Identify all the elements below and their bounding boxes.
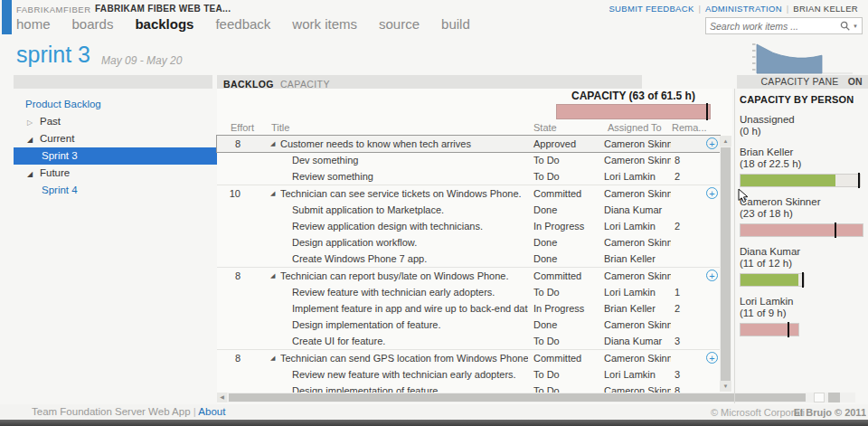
top-link-separator: | xyxy=(787,4,788,14)
table-row[interactable]: Review application design with technicia… xyxy=(217,218,720,234)
nav-item-backlogs[interactable]: backlogs xyxy=(135,16,193,32)
sidebar-item-current[interactable]: ◢Current xyxy=(0,130,214,147)
scroll-left-button[interactable]: ◀ xyxy=(217,393,227,402)
vertical-scrollbar[interactable]: ▲ ▼ xyxy=(720,136,731,392)
row-expand-icon[interactable]: ◢ xyxy=(270,136,275,152)
row-expand-icon[interactable]: ◢ xyxy=(270,185,275,202)
table-row[interactable]: Create Windows Phone 7 app.DoneBrian Kel… xyxy=(217,251,720,267)
panel-divider xyxy=(734,89,735,403)
title-cell: Review application design with technicia… xyxy=(292,218,528,234)
total-capacity: CAPACITY (63 of 61.5 h) xyxy=(556,90,711,119)
scroll-right-button[interactable] xyxy=(814,393,825,402)
assigned-to-cell: Cameron Skinn... xyxy=(604,152,671,168)
chevron-right-icon[interactable]: ▷ xyxy=(27,114,40,131)
about-link[interactable]: About xyxy=(198,406,225,417)
remaining-work-cell: 3 xyxy=(675,333,698,349)
sidebar-item-product-backlog[interactable]: Product Backlog xyxy=(25,96,214,113)
person-capacity-limit-marker xyxy=(788,322,789,337)
table-row[interactable]: Review feature with technician early ado… xyxy=(217,284,720,300)
table-row[interactable]: Review new feature with technician early… xyxy=(217,366,720,383)
person-capacity-bar xyxy=(740,323,799,336)
horizontal-scrollbar[interactable]: ◀ xyxy=(217,393,855,402)
nav-item-work-items[interactable]: work items xyxy=(292,16,357,32)
person-hours: (0 h) xyxy=(740,126,868,137)
nav-item-boards[interactable]: boards xyxy=(72,16,114,32)
assigned-to-cell: Cameron Skinn... xyxy=(604,317,671,333)
table-row[interactable]: Dev somethingTo DoCameron Skinn...8 xyxy=(217,152,720,168)
assigned-to-cell: Cameron Skinn... xyxy=(604,136,671,152)
table-row[interactable]: Review somethingTo DoLori Lamkin2 xyxy=(217,168,720,185)
title-cell: Customer needs to know when tech arrives xyxy=(280,136,528,152)
add-work-item-button[interactable]: + xyxy=(706,137,718,149)
project-name[interactable]: FABRIKAM FIBER WEB TEA... xyxy=(95,4,231,14)
table-row[interactable]: 8◢Customer needs to know when tech arriv… xyxy=(217,136,720,152)
capacity-by-person-panel: CAPACITY BY PERSON Unassigned(0 h)Brian … xyxy=(740,94,868,336)
assigned-to-cell: Lori Lamkin xyxy=(604,284,671,300)
nav-item-build[interactable]: build xyxy=(441,16,470,32)
state-cell: Done xyxy=(533,317,602,333)
chevron-expanded-icon[interactable]: ◢ xyxy=(27,131,40,148)
title-cell: Submit application to Marketplace. xyxy=(292,202,528,218)
capacity-person: Brian Keller(18 of 22.5 h) xyxy=(740,147,868,187)
nav-item-home[interactable]: home xyxy=(16,16,51,32)
state-cell: Committed xyxy=(533,268,602,284)
remaining-work-cell: 2 xyxy=(675,168,698,185)
scroll-down-button[interactable]: ▼ xyxy=(720,381,731,392)
horizontal-scrollbar-thumb[interactable] xyxy=(229,393,806,402)
person-name: Diana Kumar xyxy=(740,246,868,258)
effort-cell: 10 xyxy=(219,185,241,202)
table-row[interactable]: Design application workflow.DoneCameron … xyxy=(217,234,720,251)
table-row[interactable]: Submit application to Marketplace.DoneDi… xyxy=(217,202,720,218)
column-header-state[interactable]: State xyxy=(533,122,557,133)
sidebar-item-sprint-4[interactable]: Sprint 4 xyxy=(0,182,214,199)
column-header-effort[interactable]: Effort xyxy=(231,122,254,133)
footer: Team Foundation Server Web App | About ©… xyxy=(0,404,868,420)
person-capacity-bar xyxy=(740,174,861,187)
column-header-title[interactable]: Title xyxy=(271,122,289,133)
table-row[interactable]: 8◢Technician can send GPS location from … xyxy=(217,349,720,366)
person-name: Lori Lamkin xyxy=(740,296,868,308)
main-nav: homeboardsbacklogsfeedbackwork itemssour… xyxy=(16,16,492,40)
total-capacity-label: CAPACITY (63 of 61.5 h) xyxy=(556,90,711,102)
add-work-item-button[interactable]: + xyxy=(706,187,718,199)
chevron-expanded-icon[interactable]: ◢ xyxy=(27,166,40,183)
backlog-grid: CAPACITY (63 of 61.5 h) EffortTitleState… xyxy=(217,89,732,403)
tfs-web-app: FABRIKAMFIBER FABRIKAM FIBER WEB TEA... … xyxy=(0,0,868,426)
sidebar-item-past[interactable]: ▷Past xyxy=(0,113,214,130)
scroll-up-button[interactable]: ▲ xyxy=(720,136,731,147)
footer-app-name: Team Foundation Server Web App | About xyxy=(32,406,225,417)
row-expand-icon[interactable]: ◢ xyxy=(270,350,275,366)
table-row[interactable]: Create UI for feature.To DoDiana Kumar3 xyxy=(217,333,720,349)
nav-item-source[interactable]: source xyxy=(379,16,420,32)
search-icon[interactable] xyxy=(840,21,851,32)
search-dropdown-caret[interactable]: ▼ xyxy=(853,24,858,29)
person-capacity-bar xyxy=(740,273,805,287)
top-link-submit-feedback[interactable]: SUBMIT FEEDBACK xyxy=(609,4,693,14)
add-work-item-button[interactable]: + xyxy=(706,270,718,281)
row-expand-icon[interactable]: ◢ xyxy=(270,268,275,284)
title-cell: Review something xyxy=(292,168,528,185)
table-row[interactable]: Design implementation of feature.DoneCam… xyxy=(217,317,720,333)
remaining-work-cell: 2 xyxy=(675,218,698,234)
column-header-assigned-to[interactable]: Assigned To xyxy=(608,122,662,133)
search-input[interactable] xyxy=(706,20,840,33)
scrollbar-corner[interactable] xyxy=(828,393,840,402)
nav-item-feedback[interactable]: feedback xyxy=(215,16,270,32)
add-work-item-button[interactable]: + xyxy=(706,352,718,364)
person-capacity-fill xyxy=(741,324,798,336)
top-link-brian-keller[interactable]: BRIAN KELLER xyxy=(793,4,858,14)
collection-name[interactable]: FABRIKAMFIBER xyxy=(16,5,91,14)
title-cell: Dev something xyxy=(292,152,528,168)
sidebar-item-future[interactable]: ◢Future xyxy=(0,165,214,182)
sprint-burndown-chart[interactable] xyxy=(751,41,858,77)
table-row[interactable]: 10◢Technician can see service tickets on… xyxy=(217,185,720,202)
remaining-work-cell: 8 xyxy=(675,152,698,168)
top-link-administration[interactable]: ADMINISTRATION xyxy=(705,4,782,14)
capacity-pane-toggle[interactable]: ON xyxy=(848,76,863,87)
capacity-person-list: Unassigned(0 h)Brian Keller(18 of 22.5 h… xyxy=(740,114,868,336)
sidebar-item-sprint-3[interactable]: Sprint 3 xyxy=(14,147,222,165)
table-row[interactable]: Implement feature in app and wire up to … xyxy=(217,300,720,317)
table-row[interactable]: 8◢Technician can report busy/late on Win… xyxy=(217,267,720,284)
vertical-scrollbar-thumb[interactable] xyxy=(721,147,731,381)
column-header-rema-[interactable]: Rema... xyxy=(672,122,707,133)
